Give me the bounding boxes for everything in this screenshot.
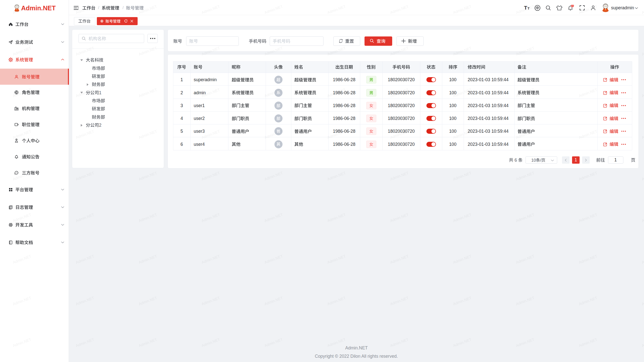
svg-text:10: 10: [531, 158, 536, 162]
svg-text:2: 2: [99, 123, 102, 128]
svg-text:6: 6: [513, 158, 518, 163]
svg-text:1: 1: [99, 90, 102, 95]
svg-text:/: /: [540, 158, 541, 162]
